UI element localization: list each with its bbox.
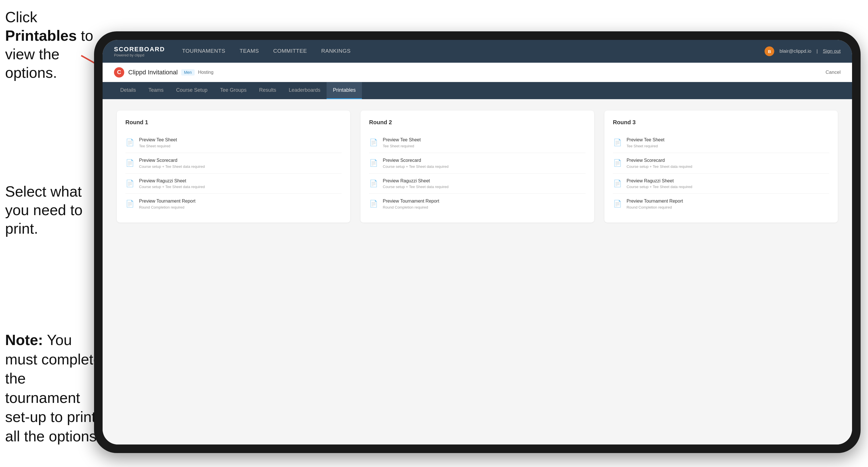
tablet-frame: SCOREBOARD Powered by clippd TOURNAMENTS… bbox=[94, 31, 861, 453]
top-nav-right: B blair@clippd.io | Sign out bbox=[765, 46, 841, 56]
cancel-button[interactable]: Cancel bbox=[826, 69, 841, 75]
document-icon: 📄 bbox=[369, 158, 378, 168]
document-icon: 📄 bbox=[613, 178, 622, 189]
tablet-screen: SCOREBOARD Powered by clippd TOURNAMENTS… bbox=[102, 40, 852, 444]
scorecard-subtitle: Course setup + Tee Sheet data required bbox=[383, 164, 448, 169]
brand-sub: Powered by clippd bbox=[114, 53, 165, 57]
tee-sheet-title: Preview Tee Sheet bbox=[139, 137, 177, 143]
tournament-report-subtitle: Round Completion required bbox=[383, 205, 439, 210]
document-icon: 📄 bbox=[125, 137, 134, 148]
nav-tournaments[interactable]: TOURNAMENTS bbox=[182, 47, 225, 56]
brand: SCOREBOARD Powered by clippd bbox=[114, 45, 165, 57]
round-1-section: Round 1 📄 Preview Tee Sheet Tee Sheet re… bbox=[117, 111, 350, 222]
tab-results[interactable]: Results bbox=[253, 82, 282, 99]
raguzzi-subtitle: Course setup + Tee Sheet data required bbox=[383, 185, 448, 189]
printables-bold: Printables bbox=[5, 27, 76, 44]
document-icon: 📄 bbox=[613, 137, 622, 148]
round2-scorecard[interactable]: 📄 Preview Scorecard Course setup + Tee S… bbox=[369, 153, 585, 174]
tournament-report-subtitle: Round Completion required bbox=[139, 205, 195, 210]
sub-nav: Details Teams Course Setup Tee Groups Re… bbox=[102, 82, 852, 99]
tournament-report-subtitle: Round Completion required bbox=[627, 205, 683, 210]
instruction-bottom: Note: You must complete the tournament s… bbox=[5, 331, 102, 446]
instruction-middle: Select what you need to print. bbox=[5, 182, 102, 238]
top-nav: SCOREBOARD Powered by clippd TOURNAMENTS… bbox=[102, 40, 852, 63]
note-bold: Note: bbox=[5, 332, 43, 348]
scorecard-title: Preview Scorecard bbox=[139, 158, 205, 163]
top-nav-links: TOURNAMENTS TEAMS COMMITTEE RANKINGS bbox=[182, 47, 765, 56]
round2-tee-sheet[interactable]: 📄 Preview Tee Sheet Tee Sheet required bbox=[369, 132, 585, 153]
rounds-grid: Round 1 📄 Preview Tee Sheet Tee Sheet re… bbox=[117, 111, 838, 222]
tab-teams[interactable]: Teams bbox=[142, 82, 170, 99]
tab-details[interactable]: Details bbox=[114, 82, 142, 99]
user-email: blair@clippd.io bbox=[779, 49, 811, 54]
nav-teams[interactable]: TEAMS bbox=[240, 47, 259, 56]
tab-printables[interactable]: Printables bbox=[327, 82, 362, 99]
scorecard-subtitle: Course setup + Tee Sheet data required bbox=[139, 164, 205, 169]
document-icon: 📄 bbox=[613, 198, 622, 209]
document-icon: 📄 bbox=[369, 178, 378, 189]
raguzzi-subtitle: Course setup + Tee Sheet data required bbox=[139, 185, 205, 189]
sign-out-link[interactable]: Sign out bbox=[823, 49, 841, 54]
raguzzi-title: Preview Raguzzi Sheet bbox=[383, 178, 448, 184]
round-3-title: Round 3 bbox=[613, 119, 829, 126]
user-avatar: B bbox=[765, 46, 774, 56]
round1-tee-sheet[interactable]: 📄 Preview Tee Sheet Tee Sheet required bbox=[125, 132, 342, 153]
round-2-section: Round 2 📄 Preview Tee Sheet Tee Sheet re… bbox=[361, 111, 594, 222]
tournament-report-title: Preview Tournament Report bbox=[627, 198, 683, 204]
tee-sheet-title: Preview Tee Sheet bbox=[627, 137, 664, 143]
tournament-badge: Men bbox=[181, 69, 195, 75]
tournament-report-title: Preview Tournament Report bbox=[139, 198, 195, 204]
tournament-status: Hosting bbox=[198, 70, 213, 75]
nav-rankings[interactable]: RANKINGS bbox=[321, 47, 350, 56]
document-icon: 📄 bbox=[125, 198, 134, 209]
round2-tournament-report[interactable]: 📄 Preview Tournament Report Round Comple… bbox=[369, 194, 585, 214]
round2-raguzzi[interactable]: 📄 Preview Raguzzi Sheet Course setup + T… bbox=[369, 174, 585, 194]
round1-raguzzi[interactable]: 📄 Preview Raguzzi Sheet Course setup + T… bbox=[125, 174, 342, 194]
raguzzi-subtitle: Course setup + Tee Sheet data required bbox=[627, 185, 692, 189]
document-icon: 📄 bbox=[125, 158, 134, 168]
separator: | bbox=[816, 49, 817, 54]
raguzzi-title: Preview Raguzzi Sheet bbox=[627, 178, 692, 184]
round3-scorecard[interactable]: 📄 Preview Scorecard Course setup + Tee S… bbox=[613, 153, 829, 174]
document-icon: 📄 bbox=[613, 158, 622, 168]
round3-tournament-report[interactable]: 📄 Preview Tournament Report Round Comple… bbox=[613, 194, 829, 214]
nav-committee[interactable]: COMMITTEE bbox=[273, 47, 307, 56]
round-2-title: Round 2 bbox=[369, 119, 585, 126]
tab-leaderboards[interactable]: Leaderboards bbox=[282, 82, 327, 99]
tournament-header: C Clippd Invitational Men Hosting Cancel bbox=[102, 63, 852, 82]
tab-course-setup[interactable]: Course Setup bbox=[170, 82, 214, 99]
document-icon: 📄 bbox=[125, 178, 134, 189]
tournament-logo: C bbox=[114, 67, 124, 77]
tee-sheet-subtitle: Tee Sheet required bbox=[139, 144, 177, 148]
document-icon: 📄 bbox=[369, 198, 378, 209]
round3-tee-sheet[interactable]: 📄 Preview Tee Sheet Tee Sheet required bbox=[613, 132, 829, 153]
document-icon: 📄 bbox=[369, 137, 378, 148]
main-content: Round 1 📄 Preview Tee Sheet Tee Sheet re… bbox=[102, 99, 852, 444]
round1-tournament-report[interactable]: 📄 Preview Tournament Report Round Comple… bbox=[125, 194, 342, 214]
round1-scorecard[interactable]: 📄 Preview Scorecard Course setup + Tee S… bbox=[125, 153, 342, 174]
tee-sheet-title: Preview Tee Sheet bbox=[383, 137, 421, 143]
tee-sheet-subtitle: Tee Sheet required bbox=[383, 144, 421, 148]
round-1-title: Round 1 bbox=[125, 119, 342, 126]
scorecard-title: Preview Scorecard bbox=[627, 158, 692, 163]
tournament-name: Clippd Invitational bbox=[128, 69, 178, 76]
tab-tee-groups[interactable]: Tee Groups bbox=[214, 82, 253, 99]
raguzzi-title: Preview Raguzzi Sheet bbox=[139, 178, 205, 184]
tee-sheet-subtitle: Tee Sheet required bbox=[627, 144, 664, 148]
brand-title: SCOREBOARD bbox=[114, 45, 165, 53]
scorecard-subtitle: Course setup + Tee Sheet data required bbox=[627, 164, 692, 169]
tournament-report-title: Preview Tournament Report bbox=[383, 198, 439, 204]
round3-raguzzi[interactable]: 📄 Preview Raguzzi Sheet Course setup + T… bbox=[613, 174, 829, 194]
scorecard-title: Preview Scorecard bbox=[383, 158, 448, 163]
round-3-section: Round 3 📄 Preview Tee Sheet Tee Sheet re… bbox=[604, 111, 838, 222]
